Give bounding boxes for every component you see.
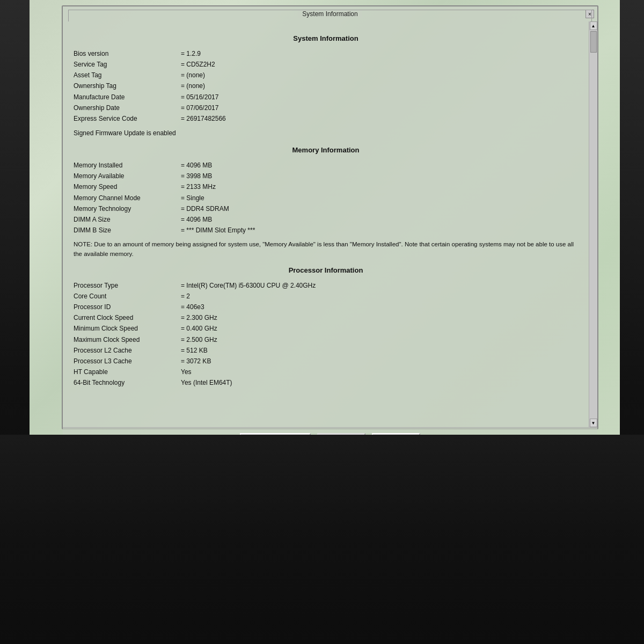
system-info-window: System Information × System Information … (62, 5, 598, 429)
field-value: Yes (181, 367, 192, 377)
memory-info-title: Memory Information (74, 145, 578, 156)
field-label: Manufacture Date (74, 92, 181, 103)
field-label: Processor ID (74, 302, 181, 312)
field-value: = *** DIMM Slot Empty *** (181, 225, 255, 236)
field-label: Service Tag (74, 60, 181, 70)
table-row: Ownership Date = 07/06/2017 (74, 103, 578, 113)
field-value: = 2.500 GHz (181, 335, 217, 345)
field-label: Maximum Clock Speed (74, 335, 181, 345)
field-label: Memory Channel Mode (74, 193, 181, 203)
table-row: HT Capable Yes (74, 367, 578, 377)
table-row: Asset Tag = (none) (74, 70, 578, 80)
table-row: Minimum Clock Speed = 0.400 GHz (74, 324, 578, 334)
system-info-title: System Information (74, 33, 578, 45)
field-label: Processor L2 Cache (74, 346, 181, 356)
field-value: = 2.300 GHz (181, 313, 217, 323)
field-label: Current Clock Speed (74, 313, 181, 323)
keyboard-area: DELL ☀ F5 🔒 F6 🔒 F7 ◼ F8 🔍 F9 F10 F11 Pr… (0, 435, 644, 644)
field-label: Processor L3 Cache (74, 356, 181, 367)
table-row: Memory Speed = 2133 MHz (74, 182, 578, 192)
scrollbar-thumb[interactable] (590, 31, 597, 53)
field-label: Asset Tag (74, 70, 181, 80)
field-value: = 07/06/2017 (181, 103, 218, 113)
field-label: Core Count (74, 291, 181, 302)
table-row: Ownership Tag = (none) (74, 81, 578, 91)
field-label: Express Service Code (74, 114, 181, 124)
field-label: DIMM A Size (74, 215, 181, 225)
table-row: Memory Technology = DDR4 SDRAM (74, 204, 578, 214)
field-label: 64-Bit Technology (74, 378, 181, 388)
screen-area: System Information × System Information … (30, 0, 620, 445)
field-value: = 2133 MHz (181, 182, 216, 192)
processor-info-table: Processor Type = Intel(R) Core(TM) i5-63… (74, 281, 578, 389)
table-row: DIMM B Size = *** DIMM Slot Empty *** (74, 225, 578, 236)
scrollbar[interactable]: ▲ ▼ (589, 21, 597, 427)
memory-note: NOTE: Due to an amount of memory being a… (74, 240, 578, 259)
field-label: Ownership Tag (74, 81, 181, 91)
table-row: DIMM A Size = 4096 MB (74, 215, 578, 225)
table-row: 64-Bit Technology Yes (Intel EM64T) (74, 378, 578, 388)
field-label: Ownership Date (74, 103, 181, 113)
field-value: = (none) (181, 70, 205, 80)
field-label: DIMM B Size (74, 225, 181, 236)
table-row: Express Service Code = 26917482566 (74, 114, 578, 124)
field-label: Memory Available (74, 171, 181, 181)
field-value: = 1.2.9 (181, 49, 201, 59)
table-row: Manufacture Date = 05/16/2017 (74, 92, 578, 103)
scrollable-content[interactable]: System Information Bios version = 1.2.9 … (63, 21, 589, 427)
table-row: Current Clock Speed = 2.300 GHz (74, 313, 578, 323)
field-value: = 05/16/2017 (181, 92, 218, 103)
close-button[interactable]: × (586, 10, 594, 18)
table-row: Processor ID = 406e3 (74, 302, 578, 312)
field-value: = 3998 MB (181, 171, 212, 181)
field-value: = (none) (181, 81, 205, 91)
table-row: Memory Channel Mode = Single (74, 193, 578, 203)
field-value: = 0.400 GHz (181, 324, 217, 334)
scroll-up-button[interactable]: ▲ (590, 21, 597, 30)
field-label: Memory Speed (74, 182, 181, 192)
field-value: = CD5Z2H2 (181, 60, 215, 70)
field-label: Bios version (74, 49, 181, 59)
table-row: Core Count = 2 (74, 291, 578, 302)
field-label: Memory Technology (74, 204, 181, 214)
field-value: = 4096 MB (181, 215, 212, 225)
window-content-area: System Information Bios version = 1.2.9 … (63, 21, 597, 427)
field-label: Memory Installed (74, 160, 181, 171)
field-value: = 2 (181, 291, 190, 302)
field-label: HT Capable (74, 367, 181, 377)
memory-info-table: Memory Installed = 4096 MB Memory Availa… (74, 160, 578, 236)
field-value: = DDR4 SDRAM (181, 204, 229, 214)
table-row: Service Tag = CD5Z2H2 (74, 60, 578, 70)
firmware-text: Signed Firmware Update is enabled (74, 128, 578, 138)
field-label: Minimum Clock Speed (74, 324, 181, 334)
table-row: Processor L3 Cache = 3072 KB (74, 356, 578, 367)
field-value: = 4096 MB (181, 160, 212, 171)
scroll-down-button[interactable]: ▼ (590, 419, 597, 427)
field-value: = Single (181, 193, 204, 203)
processor-info-title: Processor Information (74, 265, 578, 276)
table-row: Processor L2 Cache = 512 KB (74, 346, 578, 356)
field-value: = Intel(R) Core(TM) i5-6300U CPU @ 2.40G… (181, 281, 316, 291)
field-value: = 512 KB (181, 346, 208, 356)
field-value: = 3072 KB (181, 356, 211, 367)
field-value: = 26917482566 (181, 114, 226, 124)
field-value: = 406e3 (181, 302, 204, 312)
table-row: Maximum Clock Speed = 2.500 GHz (74, 335, 578, 345)
field-label: Processor Type (74, 281, 181, 291)
system-info-table: Bios version = 1.2.9 Service Tag = CD5Z2… (74, 49, 578, 124)
table-row: Bios version = 1.2.9 (74, 49, 578, 59)
table-row: Memory Installed = 4096 MB (74, 160, 578, 171)
table-row: Memory Available = 3998 MB (74, 171, 578, 181)
table-row: Processor Type = Intel(R) Core(TM) i5-63… (74, 281, 578, 291)
field-value: Yes (Intel EM64T) (181, 378, 232, 388)
